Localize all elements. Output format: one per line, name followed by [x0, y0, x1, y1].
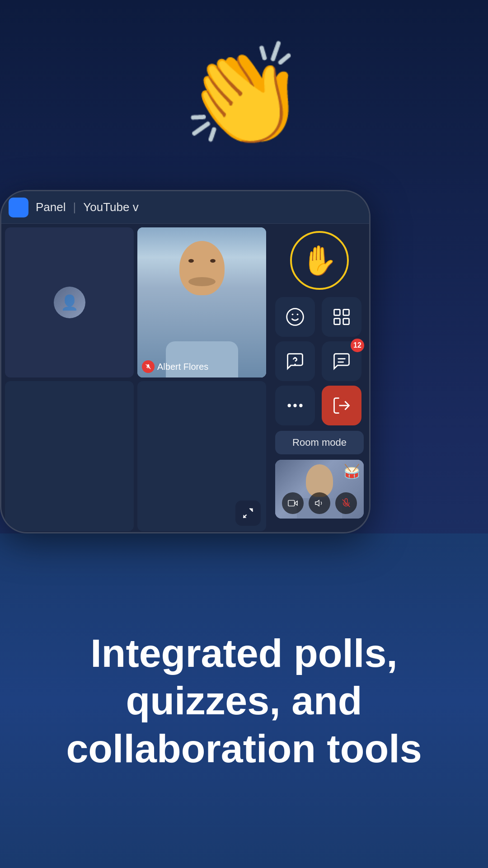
- emoji-button[interactable]: [275, 297, 315, 337]
- chat-icon: [332, 351, 352, 371]
- svg-rect-19: [288, 500, 295, 506]
- person-video: [137, 227, 266, 377]
- video-icon: [288, 498, 298, 508]
- chat-button[interactable]: 12: [322, 341, 361, 381]
- video-toggle-button[interactable]: [282, 492, 304, 514]
- person-eye-left: [188, 259, 194, 263]
- mic-icon: [341, 498, 351, 508]
- person-beard: [188, 277, 216, 286]
- video-cell-4: [137, 381, 266, 531]
- svg-point-3: [287, 309, 304, 326]
- tablet-mockup: Panel | YouTube v 👤: [0, 190, 371, 533]
- person-bg: [137, 227, 266, 377]
- speaker-toggle-button[interactable]: [309, 492, 330, 514]
- svg-rect-9: [343, 319, 349, 325]
- mic-toggle-button[interactable]: [335, 492, 357, 514]
- tablet-content: 👤: [1, 224, 369, 533]
- video-grid: 👤: [1, 224, 270, 533]
- drum-badge: 🥁: [343, 463, 360, 479]
- svg-rect-6: [334, 310, 340, 316]
- svg-rect-8: [334, 319, 340, 325]
- video-cell-3: [5, 381, 134, 531]
- expand-button[interactable]: [235, 500, 261, 526]
- mic-off-icon: [145, 363, 151, 370]
- person-head: [179, 241, 225, 295]
- speaker-icon: [314, 498, 324, 508]
- panel-label: Panel: [36, 200, 66, 214]
- user-thumbnail: 🥁: [275, 460, 364, 519]
- question-icon: [285, 351, 305, 371]
- room-mode-button[interactable]: Room mode: [275, 431, 364, 454]
- svg-marker-18: [295, 501, 297, 505]
- header-divider: |: [73, 200, 76, 214]
- leave-button[interactable]: [322, 386, 361, 425]
- grid-icon: [332, 307, 352, 327]
- headline: Integrated polls, quizzes, and collabora…: [36, 629, 452, 773]
- person-eye-right: [210, 259, 216, 263]
- top-section: 👏: [0, 0, 488, 190]
- room-mode-label: Room mode: [292, 437, 347, 448]
- cell-1-bg: 👤: [5, 227, 134, 377]
- video-cell-person: Albert Flores: [137, 227, 266, 377]
- raise-hand-emoji: ✋: [301, 244, 338, 278]
- clap-emoji: 👏: [182, 45, 306, 145]
- action-panel: ✋: [270, 224, 369, 533]
- expand-icon: [242, 507, 254, 519]
- header-blue-button[interactable]: [9, 198, 28, 217]
- avatar-icon: 👤: [54, 287, 85, 318]
- chat-badge: 12: [351, 339, 364, 352]
- person-name-label: Albert Flores: [142, 360, 208, 373]
- youtube-label: YouTube v: [83, 200, 138, 214]
- more-button[interactable]: [275, 386, 315, 425]
- svg-marker-20: [315, 500, 319, 506]
- icon-button-grid: 12: [275, 297, 364, 425]
- leave-icon: [332, 396, 352, 415]
- avatar-circle: 👤: [54, 287, 85, 318]
- svg-rect-7: [343, 310, 349, 316]
- device-area: Panel | YouTube v 👤: [0, 190, 488, 533]
- participants-button[interactable]: [322, 297, 361, 337]
- qa-button[interactable]: [275, 341, 315, 381]
- more-icon: [285, 396, 305, 415]
- svg-point-14: [288, 404, 291, 407]
- svg-point-15: [293, 404, 296, 407]
- person-name: Albert Flores: [157, 362, 208, 372]
- smiley-icon: [285, 307, 305, 327]
- bottom-text-section: Integrated polls, quizzes, and collabora…: [0, 533, 488, 868]
- video-cell-1: 👤: [5, 227, 134, 377]
- tablet-header: Panel | YouTube v: [1, 191, 369, 224]
- thumbnail-controls: [275, 492, 364, 514]
- raise-hand-button[interactable]: ✋: [290, 231, 349, 290]
- svg-point-16: [299, 404, 302, 407]
- mic-off-badge: [142, 360, 155, 373]
